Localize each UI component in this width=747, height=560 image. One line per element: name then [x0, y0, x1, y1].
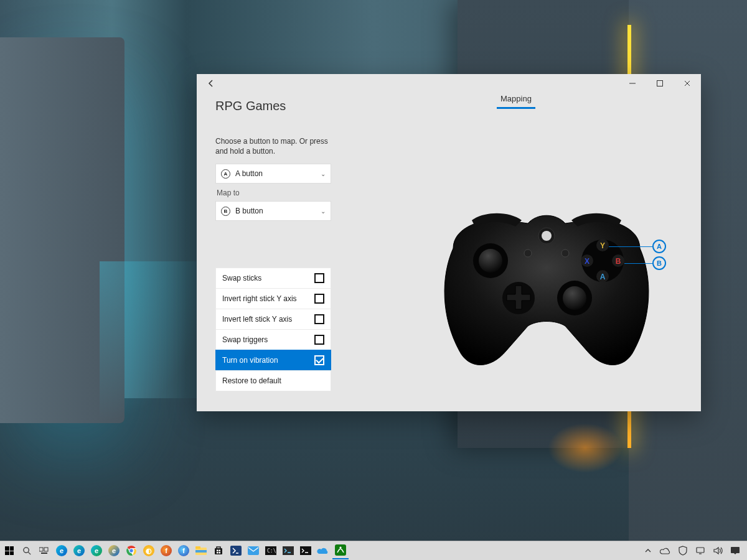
option-label: Swap sticks: [222, 274, 261, 282]
taskbar-app-edge-beta[interactable]: e: [88, 543, 105, 559]
map-to-label: Map to: [217, 189, 331, 197]
page-title: RPG Games: [215, 99, 690, 113]
svg-rect-41: [300, 546, 311, 555]
close-button[interactable]: [674, 74, 701, 93]
option-label: Invert left stick Y axis: [222, 315, 292, 324]
option-swap-triggers[interactable]: Swap triggers: [215, 329, 331, 350]
start-button[interactable]: [1, 543, 17, 559]
tray-overflow-button[interactable]: [640, 543, 656, 559]
tray-volume-icon[interactable]: [710, 543, 726, 559]
search-button[interactable]: [19, 543, 35, 559]
taskbar-app-xbox-accessories[interactable]: [332, 542, 349, 559]
svg-rect-30: [195, 550, 207, 553]
taskbar-app-firefox-dev[interactable]: f: [176, 543, 192, 559]
option-invert-left-stick-y[interactable]: Invert left stick Y axis: [215, 309, 331, 330]
svg-rect-35: [219, 552, 221, 554]
svg-rect-46: [731, 547, 740, 553]
taskbar-app-terminal-preview[interactable]: [280, 543, 296, 559]
taskbar-app-powershell[interactable]: [228, 543, 244, 559]
svg-point-20: [23, 547, 28, 552]
option-invert-right-stick-y[interactable]: Invert right stick Y axis: [215, 288, 331, 309]
back-button[interactable]: [203, 75, 219, 91]
option-label: Turn on vibration: [222, 356, 278, 365]
svg-point-4: [524, 250, 532, 257]
taskbar-app-mail[interactable]: [245, 543, 261, 559]
minimize-button[interactable]: [619, 74, 646, 93]
source-button-select[interactable]: A A button ⌄: [215, 164, 331, 184]
tray-network-icon[interactable]: [692, 543, 708, 559]
svg-rect-29: [195, 546, 200, 549]
taskbar-app-store[interactable]: [210, 543, 227, 559]
tab-mapping[interactable]: Mapping: [497, 93, 535, 109]
window-titlebar: [197, 74, 701, 93]
checkbox-icon: [314, 273, 324, 283]
checkbox-icon: [314, 294, 324, 304]
taskbar-app-edge[interactable]: e: [54, 543, 70, 559]
xbox-accessories-window: RPG Games Mapping Choose a button to map…: [197, 74, 701, 411]
svg-rect-23: [44, 548, 48, 551]
chevron-down-icon: ⌄: [321, 208, 326, 215]
svg-rect-42: [335, 544, 346, 556]
taskbar-app-edge-canary[interactable]: e: [106, 543, 122, 559]
svg-rect-33: [219, 550, 221, 552]
svg-point-9: [563, 286, 586, 310]
restore-default-button[interactable]: Restore to default: [215, 370, 331, 391]
tray-onedrive-icon[interactable]: [657, 543, 674, 559]
checkbox-checked-icon: [314, 355, 324, 365]
action-center-button[interactable]: [727, 543, 743, 559]
option-turn-on-vibration[interactable]: Turn on vibration: [215, 350, 331, 371]
option-label: Swap triggers: [222, 335, 268, 344]
tray-security-icon[interactable]: [675, 543, 691, 559]
restore-label: Restore to default: [222, 376, 281, 385]
taskbar: e e e e ◐ f f C:\: [0, 541, 747, 560]
svg-point-7: [479, 249, 502, 273]
svg-text:C:\: C:\: [267, 548, 276, 554]
target-button-label: B button: [235, 207, 263, 215]
taskbar-app-edge-dev[interactable]: e: [71, 543, 87, 559]
svg-text:B: B: [616, 257, 621, 266]
option-swap-sticks[interactable]: Swap sticks: [215, 268, 331, 289]
svg-text:A: A: [600, 273, 606, 281]
taskbar-app-file-explorer[interactable]: [193, 543, 209, 559]
svg-rect-32: [217, 550, 218, 552]
svg-rect-24: [41, 553, 47, 554]
svg-text:X: X: [585, 257, 590, 266]
a-glyph-icon: A: [221, 169, 230, 179]
taskbar-app-cmd[interactable]: C:\: [263, 543, 279, 559]
task-view-button[interactable]: [36, 543, 52, 559]
checkbox-icon: [314, 314, 324, 324]
svg-rect-22: [39, 548, 43, 551]
svg-rect-1: [657, 81, 663, 86]
b-glyph-icon: B: [221, 207, 230, 216]
svg-rect-34: [217, 552, 218, 554]
checkbox-icon: [314, 335, 324, 345]
taskbar-app-onedrive[interactable]: [315, 543, 331, 559]
svg-text:Y: Y: [600, 241, 605, 250]
svg-point-43: [339, 546, 341, 548]
source-button-label: A button: [235, 169, 263, 178]
svg-rect-31: [215, 548, 222, 554]
controller-image: Y X B A A B: [416, 192, 677, 391]
instructions-text: Choose a button to map. Or press and hol…: [215, 136, 331, 156]
taskbar-app-chrome[interactable]: [123, 543, 139, 559]
svg-point-3: [542, 231, 552, 241]
svg-rect-37: [248, 546, 259, 555]
maximize-button[interactable]: [646, 74, 674, 93]
svg-rect-44: [697, 548, 704, 553]
svg-point-5: [561, 250, 569, 257]
svg-line-21: [28, 552, 31, 554]
option-label: Invert right stick Y axis: [222, 294, 297, 303]
chevron-down-icon: ⌄: [321, 170, 326, 177]
taskbar-app-firefox[interactable]: f: [158, 543, 174, 559]
taskbar-app-terminal[interactable]: [298, 543, 314, 559]
taskbar-app-chrome-canary[interactable]: ◐: [141, 543, 157, 559]
target-button-select[interactable]: B B button ⌄: [215, 201, 331, 221]
svg-rect-40: [283, 546, 294, 555]
